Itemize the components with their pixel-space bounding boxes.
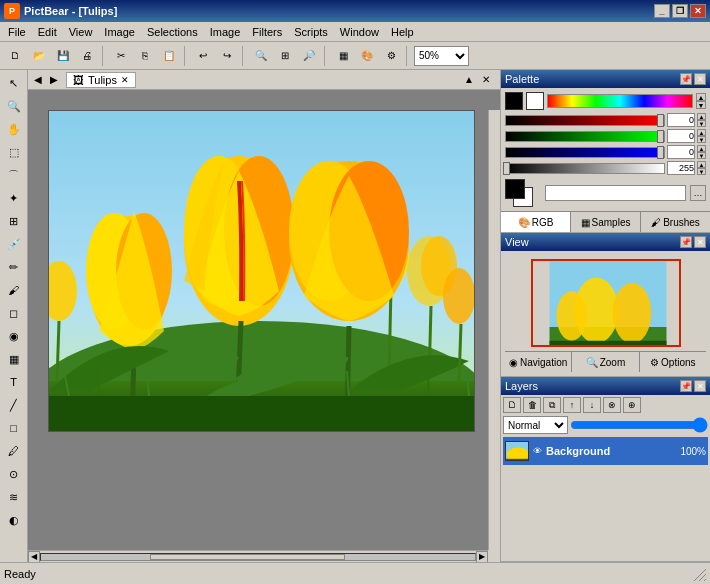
r-bar-thumb[interactable]	[657, 114, 664, 127]
tb-image-btn2[interactable]: 🎨	[356, 45, 378, 67]
tool-crop[interactable]: ⊞	[3, 210, 25, 232]
layer-new[interactable]: 🗋	[503, 397, 521, 413]
canvas-close[interactable]: ✕	[482, 74, 490, 85]
r-spin-up[interactable]: ▲	[697, 113, 706, 120]
hex-color-input[interactable]	[545, 185, 686, 201]
tb-copy-button[interactable]: ⎘	[134, 45, 156, 67]
r-value-input[interactable]: 0	[667, 113, 695, 127]
tb-zoom-fit-button[interactable]: ⊞	[274, 45, 296, 67]
tb-image-btn3[interactable]: ⚙	[380, 45, 402, 67]
layers-close[interactable]: ✕	[694, 380, 706, 392]
navigator-thumbnail[interactable]	[531, 259, 681, 347]
tab-scroll-right[interactable]: ▶	[50, 74, 58, 85]
tab-scroll-left[interactable]: ◀	[34, 74, 42, 85]
layers-pin[interactable]: 📌	[680, 380, 692, 392]
zoom-select[interactable]: 50% 25% 75% 100%	[414, 46, 469, 66]
tool-pen[interactable]: 🖊	[3, 440, 25, 462]
a-spin-down[interactable]: ▼	[697, 168, 706, 175]
layer-merge[interactable]: ⊗	[603, 397, 621, 413]
swatch-white[interactable]	[526, 92, 544, 110]
r-bar-track[interactable]	[505, 115, 665, 126]
g-bar-thumb[interactable]	[657, 130, 664, 143]
tool-eraser[interactable]: ◻	[3, 302, 25, 324]
blend-mode-select[interactable]: Normal Multiply Screen Overlay	[503, 416, 568, 434]
hscroll-right[interactable]: ▶	[476, 551, 488, 563]
tab-navigation[interactable]: ◉ Navigation	[505, 352, 572, 372]
tab-samples[interactable]: ▦ Samples	[571, 212, 641, 232]
close-button[interactable]: ✕	[690, 4, 706, 18]
tool-pencil[interactable]: ✏	[3, 256, 25, 278]
tab-options[interactable]: ⚙ Options	[640, 352, 706, 372]
swatch-down[interactable]: ▼	[696, 101, 706, 109]
tool-clone[interactable]: ⊙	[3, 463, 25, 485]
b-value-input[interactable]: 0	[667, 145, 695, 159]
color-spectrum[interactable]	[547, 94, 693, 108]
hscroll-left[interactable]: ◀	[28, 551, 40, 563]
swatch-up[interactable]: ▲	[696, 93, 706, 101]
menu-help[interactable]: Help	[385, 24, 420, 40]
tb-print-button[interactable]: 🖨	[76, 45, 98, 67]
layer-visibility-icon[interactable]: 👁	[533, 446, 542, 456]
tool-magic-wand[interactable]: ✦	[3, 187, 25, 209]
a-value-input[interactable]: 255	[667, 161, 695, 175]
menu-edit[interactable]: Edit	[32, 24, 63, 40]
tb-undo-button[interactable]: ↩	[192, 45, 214, 67]
b-bar-track[interactable]	[505, 147, 665, 158]
hscroll-thumb[interactable]	[150, 554, 345, 560]
tb-zoom-in-button[interactable]: 🔎	[298, 45, 320, 67]
tb-zoom-out-button[interactable]: 🔍	[250, 45, 272, 67]
layer-down[interactable]: ↓	[583, 397, 601, 413]
g-spin-up[interactable]: ▲	[697, 129, 706, 136]
canvas-maximize[interactable]: ▲	[464, 74, 474, 85]
tool-text[interactable]: T	[3, 371, 25, 393]
restore-button[interactable]: ❐	[672, 4, 688, 18]
tool-blur[interactable]: ≋	[3, 486, 25, 508]
g-value-input[interactable]: 0	[667, 129, 695, 143]
tab-brushes[interactable]: 🖌 Brushes	[641, 212, 710, 232]
tool-lasso[interactable]: ⌒	[3, 164, 25, 186]
tool-arrow[interactable]: ↖	[3, 72, 25, 94]
opacity-slider[interactable]	[570, 418, 708, 432]
a-spin-up[interactable]: ▲	[697, 161, 706, 168]
palette-pin[interactable]: 📌	[680, 73, 692, 85]
g-spin-down[interactable]: ▼	[697, 136, 706, 143]
tool-fill[interactable]: ◉	[3, 325, 25, 347]
tb-redo-button[interactable]: ↪	[216, 45, 238, 67]
tab-zoom[interactable]: 🔍 Zoom	[572, 352, 639, 372]
tb-open-button[interactable]: 📂	[28, 45, 50, 67]
menu-file[interactable]: File	[2, 24, 32, 40]
tool-eyedropper[interactable]: 💉	[3, 233, 25, 255]
tool-shape[interactable]: □	[3, 417, 25, 439]
canvas-tab-tulips[interactable]: 🖼 Tulips ✕	[66, 72, 136, 88]
menu-filters[interactable]: Filters	[246, 24, 288, 40]
vertical-scrollbar[interactable]	[488, 110, 500, 550]
tool-zoom[interactable]: 🔍	[3, 95, 25, 117]
minimize-button[interactable]: _	[654, 4, 670, 18]
r-spin-down[interactable]: ▼	[697, 120, 706, 127]
view-close[interactable]: ✕	[694, 236, 706, 248]
tool-gradient[interactable]: ▦	[3, 348, 25, 370]
tb-save-button[interactable]: 💾	[52, 45, 74, 67]
canvas-content[interactable]: ◀ ▶	[28, 90, 500, 562]
palette-close[interactable]: ✕	[694, 73, 706, 85]
menu-scripts[interactable]: Scripts	[288, 24, 334, 40]
b-spin-up[interactable]: ▲	[697, 145, 706, 152]
layer-duplicate[interactable]: ⧉	[543, 397, 561, 413]
g-bar-track[interactable]	[505, 131, 665, 142]
color-picker-btn[interactable]: …	[690, 185, 706, 201]
b-bar-thumb[interactable]	[657, 146, 664, 159]
a-bar-thumb[interactable]	[503, 162, 510, 175]
tab-rgb[interactable]: 🎨 RGB	[501, 212, 571, 232]
tool-line[interactable]: ╱	[3, 394, 25, 416]
layer-up[interactable]: ↑	[563, 397, 581, 413]
canvas-image[interactable]	[49, 111, 474, 431]
menu-window[interactable]: Window	[334, 24, 385, 40]
tool-brush[interactable]: 🖌	[3, 279, 25, 301]
tool-dodge[interactable]: ◐	[3, 509, 25, 531]
horizontal-scrollbar[interactable]: ◀ ▶	[28, 550, 488, 562]
a-bar-track[interactable]	[505, 163, 665, 174]
layer-row-background[interactable]: 👁 Background 100%	[503, 437, 708, 465]
layer-flatten[interactable]: ⊕	[623, 397, 641, 413]
menu-selections[interactable]: Selections	[141, 24, 204, 40]
hscroll-track[interactable]	[40, 553, 476, 561]
